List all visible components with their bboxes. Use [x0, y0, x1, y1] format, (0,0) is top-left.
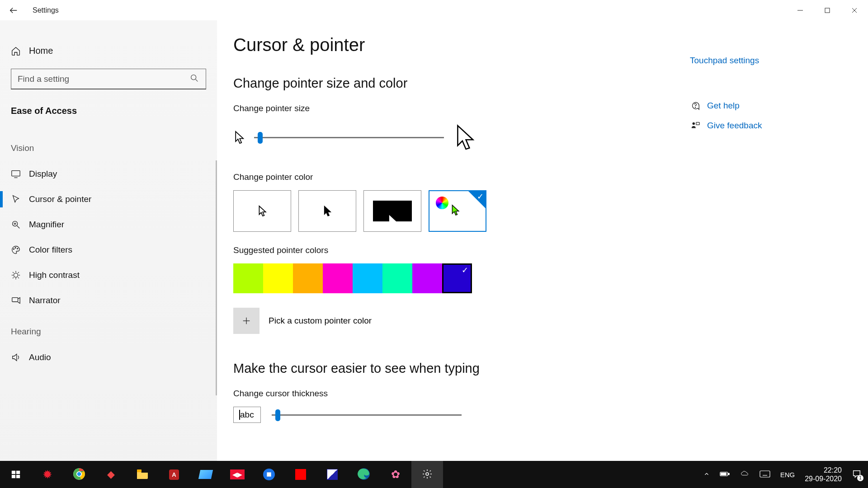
titlebar: Settings	[0, 0, 868, 20]
taskbar-app-settings[interactable]	[411, 461, 443, 488]
taskbar: ✹ ◆ A ◀▶ ✿ ENG 22:20 29-09-2020	[0, 461, 868, 488]
svg-point-27	[695, 107, 695, 108]
svg-rect-43	[728, 473, 729, 474]
svg-line-9	[17, 226, 20, 229]
taskbar-app-edge[interactable]	[348, 461, 380, 488]
cursor-thickness-label: Change cursor thickness	[233, 389, 690, 399]
sidebar-item-label: Audio	[29, 352, 51, 362]
svg-rect-38	[137, 469, 142, 472]
svg-point-13	[15, 248, 16, 249]
sidebar-item-high-contrast[interactable]: High contrast	[11, 263, 206, 288]
sidebar-item-cursor-pointer[interactable]: Cursor & pointer	[11, 187, 206, 212]
sidebar-item-narrator[interactable]: Narrator	[11, 288, 206, 313]
taskbar-app-explorer[interactable]	[127, 461, 158, 488]
taskbar-app-pdf[interactable]: A	[158, 461, 190, 488]
touchpad-settings-link[interactable]: Touchpad settings	[690, 56, 853, 66]
app-icon	[295, 469, 306, 480]
suggested-color-swatch[interactable]	[382, 263, 412, 293]
minimize-button[interactable]	[787, 0, 814, 20]
pointer-color-black[interactable]	[298, 190, 356, 232]
svg-rect-39	[267, 472, 271, 476]
taskbar-app-12[interactable]: ✿	[380, 461, 411, 488]
svg-rect-45	[760, 471, 770, 477]
tray-overflow[interactable]	[703, 471, 710, 479]
suggested-color-swatch[interactable]	[323, 263, 353, 293]
pointer-color-inverted[interactable]	[363, 190, 421, 232]
close-button[interactable]	[841, 0, 868, 20]
pointer-color-white[interactable]	[233, 190, 291, 232]
taskbar-app-6[interactable]	[190, 461, 222, 488]
back-button[interactable]	[0, 5, 27, 15]
search-placeholder: Find a setting	[18, 74, 189, 84]
sidebar-item-display[interactable]: Display	[11, 161, 206, 187]
sidebar-item-color-filters[interactable]: Color filters	[11, 237, 206, 263]
suggested-color-swatch[interactable]	[263, 263, 293, 293]
action-center-icon[interactable]: 1	[852, 469, 862, 480]
sidebar-item-label: Magnifier	[29, 220, 64, 230]
palette-icon	[11, 245, 21, 255]
link-label: Touchpad settings	[690, 56, 759, 66]
suggested-colors	[233, 263, 690, 293]
suggested-color-swatch[interactable]	[412, 263, 442, 293]
pdf-icon: A	[169, 469, 179, 480]
notification-badge: 1	[857, 475, 863, 481]
app-icon: ◆	[107, 469, 115, 480]
svg-point-14	[17, 248, 18, 249]
suggested-color-swatch[interactable]	[293, 263, 323, 293]
suggested-color-swatch[interactable]	[233, 263, 263, 293]
pointer-color-custom[interactable]: ✓	[429, 190, 486, 232]
gear-icon	[422, 469, 433, 481]
svg-rect-30	[12, 471, 15, 474]
sidebar-item-label: High contrast	[29, 270, 80, 280]
start-button[interactable]	[0, 461, 32, 488]
onedrive-icon[interactable]	[740, 470, 750, 479]
taskbar-app-3[interactable]: ◆	[95, 461, 127, 488]
taskbar-app-9[interactable]	[285, 461, 316, 488]
contrast-icon	[11, 270, 21, 280]
cursor-thickness-slider[interactable]	[272, 408, 462, 422]
search-input[interactable]: Find a setting	[11, 69, 206, 89]
keyboard-icon[interactable]	[760, 470, 770, 479]
taskbar-app-8[interactable]	[253, 461, 285, 488]
sidebar-item-audio[interactable]: Audio	[11, 345, 206, 370]
app-icon	[263, 469, 275, 480]
cursor-large-icon	[453, 122, 476, 153]
taskbar-app-10[interactable]	[316, 461, 348, 488]
cursor-thickness-sample-text: abc	[240, 410, 254, 419]
input-language[interactable]: ENG	[780, 471, 795, 479]
give-feedback-link[interactable]: Give feedback	[690, 121, 853, 131]
taskbar-clock[interactable]: 22:20 29-09-2020	[805, 466, 842, 483]
svg-line-20	[13, 272, 14, 273]
sidebar-item-label: Narrator	[29, 296, 61, 305]
get-help-link[interactable]: Get help	[690, 101, 853, 111]
sidebar-item-label: Cursor & pointer	[29, 194, 91, 204]
maximize-button[interactable]	[814, 0, 841, 20]
search-icon	[189, 73, 199, 85]
suggested-color-swatch[interactable]	[353, 263, 382, 293]
sidebar-item-label: Display	[29, 169, 57, 179]
sidebar-heading: Ease of Access	[11, 102, 206, 130]
pointer-color-label: Change pointer color	[233, 172, 690, 182]
taskbar-app-anydesk[interactable]: ◀▶	[222, 461, 253, 488]
suggested-color-swatch[interactable]	[442, 263, 472, 293]
app-icon	[327, 469, 338, 480]
sidebar-item-magnifier[interactable]: Magnifier	[11, 212, 206, 237]
pick-custom-color-button[interactable]	[233, 308, 259, 334]
taskbar-app-chrome[interactable]	[63, 461, 95, 488]
narrator-icon	[11, 296, 21, 305]
sidebar-item-home[interactable]: Home	[11, 38, 206, 69]
svg-point-41	[426, 473, 429, 475]
battery-icon[interactable]	[720, 471, 730, 479]
home-icon	[11, 46, 21, 56]
magnifier-icon	[11, 220, 21, 230]
svg-rect-32	[12, 475, 15, 478]
svg-line-22	[13, 277, 14, 278]
sidebar-scrollbar[interactable]	[216, 160, 217, 395]
app-icon	[198, 470, 213, 479]
section-cursor-typing-title: Make the cursor easier to see when typin…	[233, 361, 690, 376]
taskbar-date: 29-09-2020	[805, 474, 842, 483]
cursor-small-icon	[233, 130, 245, 145]
taskbar-app-huawei[interactable]: ✹	[32, 461, 63, 488]
svg-point-4	[191, 75, 196, 80]
pointer-size-slider[interactable]	[254, 131, 444, 144]
